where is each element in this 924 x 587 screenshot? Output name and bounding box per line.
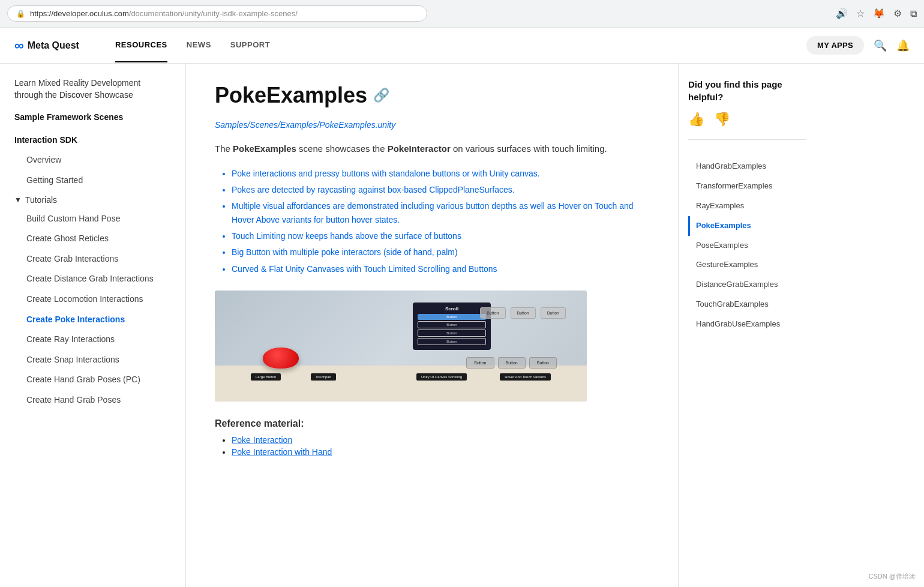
read-aloud-icon[interactable]: 🔊 (836, 8, 848, 19)
vr-red-button (263, 348, 299, 369)
right-nav-item-poseexamples[interactable]: PoseExamples (688, 236, 806, 256)
url-bar[interactable]: 🔒 https://developer.oculus.com/documenta… (7, 5, 427, 22)
list-item: Pokes are detected by raycasting against… (232, 183, 649, 197)
sidebar-item-overview[interactable]: Overview (0, 150, 185, 170)
right-nav-item-handgrabuseexamples[interactable]: HandGrabUseExamples (688, 315, 806, 334)
list-item: Big Button with multiple poke interactor… (232, 245, 649, 259)
sidebar-item-ghost-reticles[interactable]: Create Ghost Reticles (0, 229, 185, 249)
left-sidebar: Learn Mixed Reality Development through … (0, 64, 186, 587)
sidebar-item-getting-started[interactable]: Getting Started (0, 170, 185, 191)
watermark: CSDN @伴培涛 (865, 571, 919, 582)
list-item: Poke interactions and pressy buttons wit… (232, 167, 649, 181)
list-item: Touch Limiting now keeps hands above the… (232, 229, 649, 243)
sidebar-tutorials-toggle[interactable]: ▼ Tutorials (0, 191, 185, 209)
tutorials-label: Tutorials (25, 195, 57, 205)
list-item: Curved & Flat Unity Canvases with Touch … (232, 262, 649, 276)
url-text: https://developer.oculus.com/documentati… (30, 9, 298, 18)
right-nav-list: HandGrabExamplesTransformerExamplesRayEx… (688, 157, 806, 334)
vr-floor (215, 366, 587, 402)
vr-hover-buttons: Button Button Button (480, 307, 566, 319)
right-nav-item-transformerexamples[interactable]: TransformerExamples (688, 176, 806, 196)
vr-scroll-panel: Scroll Button Button Button Button (413, 303, 491, 350)
thumbs-up-button[interactable]: 👍 (688, 112, 704, 127)
poke-interaction-hand-link[interactable]: Poke Interaction with Hand (232, 447, 332, 457)
content-area: Learn Mixed Reality Development through … (0, 64, 924, 587)
vr-label-2: Touchpad (311, 373, 336, 381)
reference-item-poke-hand: Poke Interaction with Hand (232, 447, 649, 457)
sidebar-item-locomotion[interactable]: Create Locomotion Interactions (0, 289, 185, 310)
vr-label-4: Hover And Touch Variants (500, 373, 551, 381)
anchor-link-icon[interactable]: 🔗 (373, 88, 389, 103)
notification-icon[interactable]: 🔔 (896, 39, 910, 52)
nav-support[interactable]: SUPPORT (230, 28, 270, 62)
nav-right: MY APPS 🔍 🔔 (806, 36, 910, 55)
nav-news[interactable]: NEWS (187, 28, 211, 62)
right-nav-item-pokeexamples[interactable]: PokeExamples (688, 216, 806, 236)
right-sidebar: Did you find this page helpful? 👍 👎 Hand… (678, 64, 816, 587)
sidebar-item-sample-framework[interactable]: Sample Framework Scenes (0, 107, 185, 128)
helpful-buttons: 👍 👎 (688, 112, 806, 127)
reference-list: Poke Interaction Poke Interaction with H… (215, 435, 649, 457)
right-nav-item-rayexamples[interactable]: RayExamples (688, 196, 806, 216)
settings-icon[interactable]: ⚙ (893, 8, 902, 19)
poke-interaction-link[interactable]: Poke Interaction (232, 435, 292, 445)
reference-header: Reference material: (215, 418, 649, 429)
top-nav: ∞ Meta Quest RESOURCES NEWS SUPPORT MY A… (0, 28, 924, 64)
sidebar-item-hand-grab[interactable]: Create Hand Grab Poses (0, 390, 185, 411)
right-nav-item-distancegrabexamples[interactable]: DistanceGrabExamples (688, 275, 806, 295)
nav-resources[interactable]: RESOURCES (115, 28, 167, 62)
sidebar-item-distance-grab[interactable]: Create Distance Grab Interactions (0, 269, 185, 289)
lock-icon: 🔒 (16, 10, 25, 18)
poke-interactor-bold: PokeInteractor (388, 143, 451, 154)
sidebar-item-snap[interactable]: Create Snap Interactions (0, 350, 185, 370)
helpful-title: Did you find this page helpful? (688, 78, 806, 103)
bookmark-icon[interactable]: ☆ (856, 8, 865, 19)
reference-item-poke: Poke Interaction (232, 435, 649, 445)
feature-list: Poke interactions and pressy buttons wit… (215, 167, 649, 276)
main-content: PokeExamples 🔗 Samples/Scenes/Examples/P… (186, 64, 678, 587)
page-title: PokeExamples 🔗 (215, 83, 649, 108)
intro-paragraph: The PokeExamples scene showcases the Pok… (215, 142, 649, 156)
vr-label-1: Large Button (251, 373, 281, 381)
chevron-down-icon: ▼ (14, 196, 22, 204)
right-nav-item-touchgrabexamples[interactable]: TouchGrabExamples (688, 295, 806, 315)
nav-links: RESOURCES NEWS SUPPORT (115, 28, 270, 62)
screenshot-inner: Large Button Touchpad Unity UI Canvas Sc… (215, 290, 587, 402)
file-path: Samples/Scenes/Examples/PokeExamples.uni… (215, 120, 649, 130)
logo[interactable]: ∞ Meta Quest (14, 38, 79, 53)
sidebar-item-poke[interactable]: Create Poke Interactions (0, 310, 185, 330)
logo-text: Meta Quest (28, 40, 79, 51)
right-nav-item-handgrabexamples[interactable]: HandGrabExamples (688, 157, 806, 176)
sidebar-item-hand-grab-pc[interactable]: Create Hand Grab Poses (PC) (0, 370, 185, 390)
browser-chrome: 🔒 https://developer.oculus.com/documenta… (0, 0, 924, 28)
list-item: Multiple visual affordances are demonstr… (232, 199, 649, 227)
right-nav-item-gestureexamples[interactable]: GestureExamples (688, 255, 806, 275)
vr-screenshot: Large Button Touchpad Unity UI Canvas Sc… (215, 290, 587, 402)
vr-label-3: Unity UI Canvas Scrolling (416, 373, 467, 381)
split-view-icon[interactable]: ⧉ (910, 8, 917, 19)
page-wrapper: ∞ Meta Quest RESOURCES NEWS SUPPORT MY A… (0, 28, 924, 587)
poke-examples-bold: PokeExamples (233, 143, 296, 154)
helpful-box: Did you find this page helpful? 👍 👎 (688, 78, 806, 140)
browser-actions: 🔊 ☆ 🦊 ⚙ ⧉ (836, 8, 917, 19)
logo-infinity-icon: ∞ (14, 38, 24, 53)
sidebar-item-build-custom[interactable]: Build Custom Hand Pose (0, 209, 185, 229)
extension-icon[interactable]: 🦊 (873, 8, 885, 19)
thumbs-down-button[interactable]: 👎 (714, 112, 730, 127)
sidebar-item-grab-interactions[interactable]: Create Grab Interactions (0, 249, 185, 269)
sidebar-item-ray[interactable]: Create Ray Interactions (0, 330, 185, 350)
sidebar-item-learn[interactable]: Learn Mixed Reality Development through … (0, 73, 185, 105)
search-icon[interactable]: 🔍 (874, 39, 887, 52)
my-apps-button[interactable]: MY APPS (806, 36, 864, 55)
vr-bottom-buttons: Button Button Button (466, 357, 557, 369)
sidebar-item-interaction-sdk[interactable]: Interaction SDK (0, 130, 185, 151)
